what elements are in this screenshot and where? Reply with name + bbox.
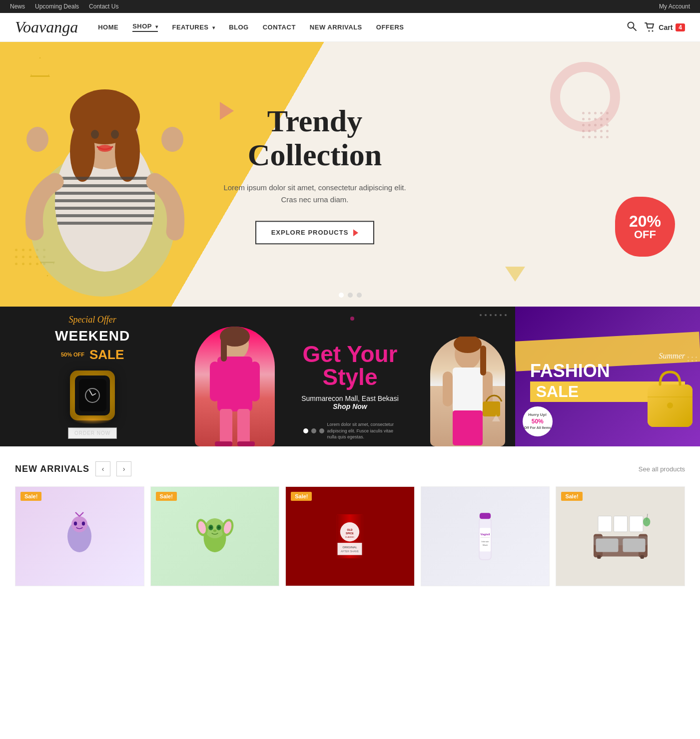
svg-text:OLD: OLD	[347, 528, 353, 531]
promo3-bag-image	[645, 370, 695, 431]
hero-title: Trendy Collection	[220, 104, 410, 172]
promo2-text-content: Get Your Style Summarecon Mall, East Bek…	[301, 343, 399, 410]
promo2-get-label: Get Your	[301, 343, 399, 366]
svg-rect-15	[57, 222, 152, 225]
promo2-style-label: Style	[301, 366, 399, 388]
promo2-indicator-1[interactable]	[303, 428, 308, 433]
search-icon[interactable]	[627, 21, 637, 33]
cta-arrow-icon	[353, 229, 358, 236]
nav-new-arrivals[interactable]: NEW ARRIVALS	[310, 23, 362, 31]
svg-point-47	[74, 521, 77, 525]
svg-point-89	[643, 517, 650, 526]
promo-banner-get-style[interactable]: Get Your Style Summarecon Mall, East Bek…	[185, 307, 515, 446]
svg-rect-35	[483, 371, 493, 406]
product-card-5[interactable]: Sale!	[556, 486, 685, 586]
new-arrivals-prev-button[interactable]: ‹	[95, 461, 110, 476]
promo1-order-button[interactable]: ORDER NOW	[68, 427, 117, 439]
svg-rect-9	[57, 177, 152, 180]
nav-contact[interactable]: CONTACT	[263, 23, 296, 31]
hero-dots-grid	[582, 112, 610, 140]
product-1-sale-badge: Sale!	[20, 492, 41, 501]
topbar-contact-link[interactable]: Contact Us	[89, 3, 118, 10]
svg-rect-81	[596, 539, 618, 552]
hero-banner: Trendy Collection Lorem ipsum dolor sit …	[0, 42, 700, 307]
svg-rect-12	[55, 199, 155, 202]
svg-rect-25	[220, 409, 232, 444]
topbar-deals-link[interactable]: Upcoming Deals	[35, 3, 79, 10]
product-card-4[interactable]: Vagisil Intimate Wash	[421, 486, 550, 586]
new-arrivals-header: NEW ARRIVALS ‹ › See all products	[15, 461, 685, 476]
see-all-products-link[interactable]: See all products	[639, 465, 685, 473]
svg-rect-22	[217, 357, 252, 411]
cart-button[interactable]: Cart 4	[645, 22, 685, 32]
product-card-2[interactable]: Sale!	[150, 486, 280, 586]
promo2-right-figure	[430, 337, 505, 446]
svg-point-19	[111, 130, 119, 139]
nav-features[interactable]: FEATURES ▾	[172, 23, 215, 31]
svg-line-45	[75, 512, 79, 516]
nav-blog[interactable]: BLOG	[229, 23, 249, 31]
svg-rect-23	[210, 362, 220, 401]
nav-offers[interactable]: OFFERS	[376, 23, 404, 31]
svg-rect-33	[453, 410, 483, 445]
promo2-left-figure	[195, 327, 275, 446]
hero-indicator-2[interactable]	[348, 293, 353, 298]
new-arrivals-next-button[interactable]: ›	[116, 461, 131, 476]
topbar-news-link[interactable]: News	[10, 3, 25, 10]
svg-rect-84	[640, 555, 644, 559]
product-card-1[interactable]: Sale!	[15, 486, 144, 586]
svg-text:Intimate: Intimate	[481, 540, 489, 542]
cart-count-badge: 4	[676, 23, 685, 31]
promo-banner-weekend-sale[interactable]: + Special Offer WEEKEND 50% OFF SALE	[0, 307, 185, 446]
svg-point-20	[98, 145, 112, 152]
svg-point-44	[71, 516, 87, 532]
product-2-sale-badge: Sale!	[156, 492, 177, 501]
promo2-small-text: Lorem dolor sit amet, consectetur adipis…	[327, 421, 397, 440]
svg-rect-85	[598, 516, 612, 532]
nav-home[interactable]: HOME	[98, 23, 118, 31]
svg-rect-82	[623, 539, 645, 552]
topbar-account-link[interactable]: My Account	[659, 3, 690, 10]
svg-rect-11	[55, 192, 155, 195]
hero-content: Trendy Collection Lorem ipsum dolor sit …	[220, 104, 410, 244]
hero-indicator-3[interactable]	[357, 293, 362, 298]
hero-triangle-bottom-right-icon	[505, 267, 525, 282]
products-grid: Sale!	[15, 486, 685, 586]
svg-point-58	[217, 526, 220, 529]
promo2-indicator-3[interactable]	[319, 428, 324, 433]
product-card-3[interactable]: OLD SPICE CLASSIC ORIGINAL AFTER SHAVE S…	[285, 486, 415, 586]
promo2-shop-now[interactable]: Shop Now	[301, 402, 399, 410]
svg-rect-34	[443, 371, 453, 406]
promo3-badge-pct: 50%	[532, 418, 544, 426]
svg-rect-27	[215, 441, 232, 446]
hero-discount-badge: 20% OFF	[615, 197, 675, 257]
site-logo[interactable]: Voavanga	[15, 18, 78, 36]
svg-text:AFTER SHAVE: AFTER SHAVE	[341, 550, 359, 553]
promo1-watch-image	[70, 370, 115, 420]
svg-point-7	[70, 122, 95, 182]
hero-indicator-1[interactable]	[339, 293, 344, 298]
svg-rect-10	[56, 184, 154, 187]
main-nav: HOME SHOP ▾ FEATURES ▾ BLOG CONTACT NEW …	[98, 22, 627, 32]
hero-discount-off-label: OFF	[634, 229, 656, 240]
svg-rect-83	[597, 555, 601, 559]
svg-rect-26	[237, 409, 250, 444]
explore-products-button[interactable]: EXPLORE PRODUCTS	[255, 221, 375, 245]
svg-text:Vagisil: Vagisil	[481, 532, 490, 535]
promo2-location: Summarecon Mall, East Bekasi	[301, 394, 399, 402]
nav-shop[interactable]: SHOP ▾	[132, 22, 158, 32]
svg-point-18	[91, 130, 99, 139]
new-arrivals-title: NEW ARRIVALS	[15, 464, 89, 474]
promo2-indicator-2[interactable]	[311, 428, 316, 433]
hero-discount-percentage: 20%	[629, 213, 661, 229]
hero-person-area	[0, 42, 210, 307]
shop-caret-icon: ▾	[155, 24, 158, 29]
svg-text:ORIGINAL: ORIGINAL	[343, 545, 358, 549]
cart-label: Cart	[659, 23, 673, 31]
promo3-badge-bottom: Off For All Items	[524, 425, 551, 430]
new-arrivals-section: NEW ARRIVALS ‹ › See all products Sale!	[0, 446, 700, 586]
svg-rect-37	[480, 346, 486, 375]
promo-banner-fashion-sale[interactable]: Summer FASHION SALE Hurry U	[515, 307, 700, 446]
header-actions: Cart 4	[627, 21, 685, 33]
promo1-sale-label: SALE	[89, 347, 124, 363]
